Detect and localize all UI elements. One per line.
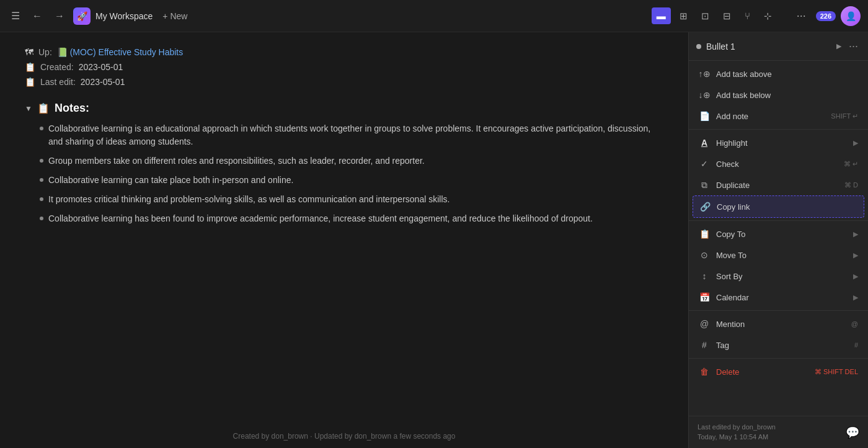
menu-divider-4 bbox=[689, 358, 868, 359]
add-note-icon: 📄 bbox=[699, 110, 710, 122]
copy-link-icon: 🔗 bbox=[699, 201, 711, 212]
collapse-arrow[interactable]: ▼ bbox=[25, 104, 32, 113]
mention-icon: @ bbox=[699, 318, 710, 329]
menu-item-duplicate[interactable]: ⧉ Duplicate ⌘ D bbox=[689, 174, 868, 195]
created-value: 2023-05-01 bbox=[79, 62, 123, 72]
menu-item-sort-by[interactable]: ↕ Sort By ▶ bbox=[689, 266, 868, 287]
menu-item-add-note[interactable]: 📄 Add note SHIFT ↵ bbox=[689, 105, 868, 127]
bullet-dot bbox=[40, 217, 43, 220]
table-icon: ⊟ bbox=[723, 11, 731, 22]
more-options-button[interactable]: ··· bbox=[792, 7, 811, 25]
copy-to-arrow-icon: ▶ bbox=[853, 230, 858, 238]
comment-button[interactable]: 💬 bbox=[846, 426, 859, 439]
menu-label-move-to: Move To bbox=[716, 251, 847, 260]
tool-calendar-button[interactable]: ⊡ bbox=[696, 7, 714, 25]
menu-item-copy-link[interactable]: 🔗 Copy link ··· bbox=[693, 195, 864, 218]
new-button[interactable]: + New bbox=[157, 9, 192, 24]
context-menu: ↑⊕ Add task above ↓⊕ Add task below 📄 Ad… bbox=[689, 61, 868, 416]
right-panel: Bullet 1 ▶ ··· ↑⊕ Add task above ↓⊕ Add … bbox=[688, 32, 868, 448]
created-icon: 📋 bbox=[25, 62, 35, 72]
check-icon: ✓ bbox=[699, 158, 710, 169]
tool-columns-button[interactable]: ⊞ bbox=[675, 7, 693, 25]
menu-item-move-to[interactable]: ⊙ Move To ▶ bbox=[689, 244, 868, 266]
list-item-text: It promotes critical thinking and proble… bbox=[48, 193, 450, 206]
notification-badge[interactable]: 226 bbox=[816, 11, 836, 21]
menu-label-delete: Delete bbox=[716, 367, 808, 377]
workspace-label: My Workspace bbox=[95, 11, 153, 21]
map-icon: 🗺 bbox=[25, 47, 33, 57]
menu-label-calendar: Calendar bbox=[716, 293, 847, 302]
bullet-more-button[interactable]: ··· bbox=[846, 38, 861, 54]
list-item-text: Collaborative learning has been found to… bbox=[48, 212, 593, 225]
highlight-arrow-icon: ▶ bbox=[853, 139, 858, 147]
tool-tree-button[interactable]: ⊹ bbox=[759, 7, 777, 25]
edited-label: Last edit: bbox=[40, 77, 76, 87]
menu-label-sort-by: Sort By bbox=[716, 272, 847, 281]
tag-shortcut: # bbox=[854, 341, 858, 349]
list-item: Group members take on different roles an… bbox=[40, 155, 663, 168]
tool-blocks-button[interactable]: ▬ bbox=[652, 7, 671, 24]
menu-item-highlight[interactable]: A Highlight ▶ bbox=[689, 132, 868, 153]
blocks-icon: ▬ bbox=[657, 11, 666, 21]
bullet-dot bbox=[40, 159, 43, 163]
calendar-icon: ⊡ bbox=[701, 11, 709, 22]
calendar-arrow-icon: ▶ bbox=[853, 293, 858, 302]
main-content: 🗺 Up: 📗 (MOC) Effective Study Habits 📋 C… bbox=[0, 32, 868, 448]
meta-up-line: 🗺 Up: 📗 (MOC) Effective Study Habits bbox=[25, 47, 663, 57]
tool-share-button[interactable]: ⑂ bbox=[740, 7, 755, 24]
nav-tools: ▬ ⊞ ⊡ ⊟ ⑂ ⊹ bbox=[652, 7, 777, 25]
sort-by-arrow-icon: ▶ bbox=[853, 272, 858, 280]
menu-item-delete[interactable]: 🗑 Delete ⌘ SHIFT DEL bbox=[689, 361, 868, 382]
comment-icon: 💬 bbox=[846, 426, 859, 439]
add-task-below-icon: ↓⊕ bbox=[699, 89, 710, 101]
menu-label-check: Check bbox=[716, 159, 838, 169]
add-note-shortcut: SHIFT ↵ bbox=[831, 112, 858, 120]
menu-label-add-task-below: Add task below bbox=[716, 91, 858, 100]
menu-item-calendar[interactable]: 📅 Calendar ▶ bbox=[689, 287, 868, 308]
footer-bar: Created by don_brown · Updated by don_br… bbox=[0, 432, 688, 441]
up-link[interactable]: 📗 (MOC) Effective Study Habits bbox=[57, 47, 183, 57]
back-button[interactable]: ← bbox=[29, 8, 46, 24]
menu-icon-button[interactable]: ☰ bbox=[7, 7, 24, 24]
check-shortcut: ⌘ ↵ bbox=[844, 160, 858, 168]
delete-icon: 🗑 bbox=[699, 366, 710, 377]
bullet-header-dot bbox=[696, 44, 701, 49]
menu-item-add-task-above[interactable]: ↑⊕ Add task above bbox=[689, 63, 868, 84]
menu-item-tag[interactable]: # Tag # bbox=[689, 334, 868, 356]
menu-item-add-task-below[interactable]: ↓⊕ Add task below bbox=[689, 84, 868, 105]
footer-text: Created by don_brown · Updated by don_br… bbox=[233, 432, 456, 441]
forward-button[interactable]: → bbox=[51, 8, 68, 24]
menu-label-add-task-above: Add task above bbox=[716, 69, 858, 79]
menu-divider-2 bbox=[689, 220, 868, 221]
list-item: Collaborative learning is an educational… bbox=[40, 122, 663, 148]
add-task-above-icon: ↑⊕ bbox=[699, 68, 710, 79]
highlight-icon: A bbox=[699, 137, 710, 148]
list-item-text: Group members take on different roles an… bbox=[48, 155, 425, 168]
tool-table-button[interactable]: ⊟ bbox=[718, 7, 736, 25]
columns-icon: ⊞ bbox=[680, 11, 688, 22]
share-icon: ⑂ bbox=[745, 11, 750, 21]
edited-info: Last edited by don_brown Today, May 1 10… bbox=[698, 423, 776, 442]
copy-to-icon: 📋 bbox=[699, 228, 710, 240]
edited-value: 2023-05-01 bbox=[81, 77, 125, 87]
edited-icon: 📋 bbox=[25, 77, 35, 87]
forward-icon: → bbox=[55, 11, 64, 22]
menu-item-mention[interactable]: @ Mention @ bbox=[689, 313, 868, 334]
duplicate-icon: ⧉ bbox=[699, 179, 710, 190]
menu-label-duplicate: Duplicate bbox=[716, 181, 838, 190]
avatar[interactable]: 👤 bbox=[841, 6, 861, 26]
menu-item-copy-to[interactable]: 📋 Copy To ▶ bbox=[689, 223, 868, 244]
menu-label-mention: Mention bbox=[716, 320, 845, 329]
notes-section: ▼ 📋 Notes: Collaborative learning is an … bbox=[25, 102, 663, 225]
bullet-dot bbox=[40, 197, 43, 201]
workspace-logo: 🚀 bbox=[73, 7, 91, 25]
notes-header: ▼ 📋 Notes: bbox=[25, 102, 663, 115]
bullet-dot bbox=[40, 178, 43, 182]
expand-arrow-icon: ▶ bbox=[836, 42, 841, 50]
menu-item-check[interactable]: ✓ Check ⌘ ↵ bbox=[689, 153, 868, 174]
edited-time: Today, May 1 10:54 AM bbox=[698, 432, 776, 442]
created-label: Created: bbox=[40, 62, 74, 72]
list-item-text: Collaborative learning is an educational… bbox=[48, 122, 663, 148]
nav-right: ··· 226 👤 bbox=[782, 6, 861, 26]
menu-label-copy-link: Copy link bbox=[717, 202, 857, 212]
